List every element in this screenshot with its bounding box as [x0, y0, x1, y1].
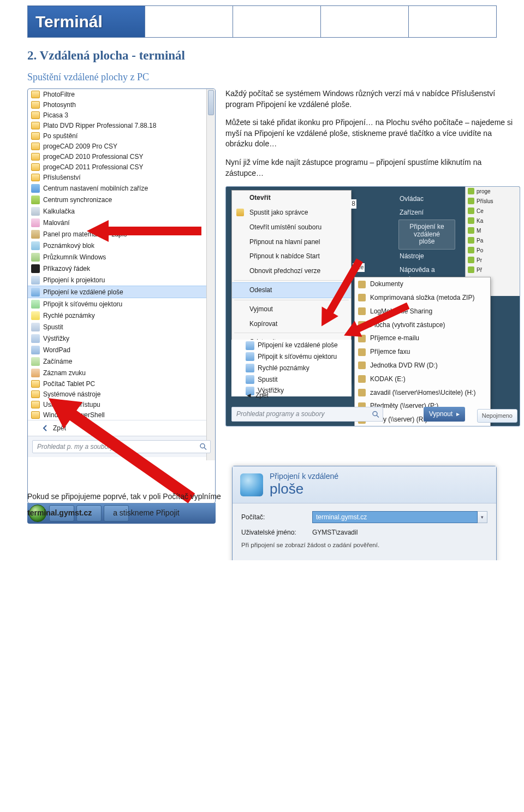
start-menu-item[interactable]: Připojení k projektoru [28, 274, 215, 286]
rdp-app-icon [240, 473, 263, 496]
section-subheading: Spuštění vzdálené plochy z PC [27, 72, 497, 83]
start-menu-back[interactable]: Zpět [28, 420, 215, 436]
start-menu-item[interactable]: Počítač Tablet PC [28, 378, 215, 389]
sendto-submenu: DokumentyKomprimovaná složka (metoda ZIP… [354, 277, 491, 426]
sendto-item[interactable]: Dokumenty [355, 277, 490, 291]
context-menu-item[interactable]: Otevřít umístění souboru [232, 220, 351, 235]
start-menu-item[interactable]: WordPad [28, 344, 215, 355]
start-menu-item[interactable]: Systémové nástroje [28, 389, 215, 399]
start-menu-item[interactable]: Začínáme [28, 355, 215, 367]
start-menu-item[interactable]: Záznam zvuku [28, 367, 215, 378]
section-heading: 2. Vzdálená plocha - terminál [27, 49, 497, 63]
mini-icon-item: Pa [466, 236, 520, 246]
sendto-item[interactable]: zavadil (\\server\Homes\Ucitele) (H:) [355, 386, 490, 400]
start-menu-item[interactable]: Připojit k síťovému ojektoru [28, 298, 215, 310]
dark-item-1[interactable]: Zařízení [398, 206, 455, 220]
app-icon [31, 195, 40, 204]
start-menu-item[interactable]: Výstřižky [28, 333, 215, 344]
sendto-icon [358, 294, 366, 301]
start-menu-item[interactable]: Windows PowerShell [28, 410, 215, 420]
start-menu-item[interactable]: Spustit [28, 321, 215, 333]
start-menu-item-label: Příkazový řádek [43, 265, 90, 272]
start-menu-item[interactable]: progeCAD 2011 Professional CSY [28, 162, 215, 172]
app-icon [246, 375, 254, 384]
sendto-icon [358, 348, 366, 356]
start-menu-item[interactable]: Průzkumník Windows [28, 251, 215, 263]
intro-para-1: Každý počítač se systémem Windows různýc… [225, 88, 520, 110]
start-menu-item-label: Centrum synchronizace [43, 196, 112, 204]
dark-item-0[interactable]: Ovládac [398, 192, 455, 206]
folder-icon [31, 380, 40, 388]
start-search-input[interactable]: Prohledat p. my a soubory [32, 440, 211, 453]
dark-item-2[interactable]: Nástroje [398, 250, 455, 263]
start-menu-item[interactable]: progeCAD 2009 Pro CSY [28, 141, 215, 151]
shutdown-button[interactable]: Vypnout ▸ [424, 407, 465, 422]
sendto-item[interactable]: Příjemce e-mailu [355, 331, 490, 345]
app-icon [31, 264, 40, 273]
start-menu-panel: PhotoFiltrePhotosynthPicasa 3Plato DVD R… [27, 88, 216, 503]
shortcut-highlight[interactable]: Připojení ke vzdálené ploše [398, 220, 455, 250]
sendto-icon [358, 361, 366, 369]
sendto-item[interactable]: KODAK (E:) [355, 372, 490, 386]
composite-search[interactable]: Prohledat programy a soubory [231, 407, 383, 422]
context-menu-item[interactable]: Otevřít [232, 191, 351, 205]
start-menu-item[interactable]: Usnadnění přístupu [28, 399, 215, 410]
start-menu-item-label: Windows PowerShell [43, 411, 105, 419]
app-icon [31, 300, 40, 309]
start-menu-item-label: Počítač Tablet PC [43, 380, 95, 388]
side-unnamed: Nepojmeno [477, 409, 517, 423]
start-menu-item[interactable]: Příslušenství [28, 172, 215, 182]
rdp-computer-input[interactable] [312, 511, 478, 523]
bkg-menu-item[interactable]: Spustit [231, 374, 352, 386]
folder-icon [31, 101, 40, 109]
search-icon [200, 443, 207, 451]
start-menu-item-label: Rychlé poznámky [43, 312, 95, 319]
mini-icon [468, 257, 474, 263]
sendto-item[interactable]: Jednotka DVD RW (D:) [355, 359, 490, 372]
rdp-title-2: ploše [270, 481, 338, 497]
rdp-dialog: Připojení k vzdálené ploše Počítač: ▾ Už… [232, 466, 497, 560]
app-icon [31, 207, 40, 216]
sendto-item[interactable]: Příjemce faxu [355, 345, 490, 359]
start-menu-item-label: progeCAD 2011 Professional CSY [43, 163, 143, 171]
context-menu-composite: Ovládac Zařízení Připojení ke vzdálené p… [225, 186, 520, 426]
folder-icon [31, 390, 40, 398]
start-menu-item[interactable]: PhotoFiltre [28, 89, 215, 99]
start-menu-item[interactable]: Rychlé poznámky [28, 310, 215, 321]
start-menu-scrollbar[interactable] [206, 89, 215, 460]
sendto-item[interactable]: Komprimovaná složka (metoda ZIP) [355, 291, 490, 305]
sendto-icon [358, 375, 366, 383]
mini-icon [468, 208, 474, 214]
start-menu-item[interactable]: Centrum synchronizace [28, 194, 215, 205]
app-icon [31, 288, 40, 297]
start-menu-item-label: Photosynth [43, 101, 76, 109]
start-menu-item[interactable]: Plato DVD Ripper Professional 7.88.18 [28, 120, 215, 131]
bkg-menu-item[interactable]: Připojení ke vzdálené ploše [231, 340, 352, 351]
start-menu-item[interactable]: Picasa 3 [28, 110, 215, 120]
context-menu-item[interactable]: Obnovit předchozí verze [232, 264, 351, 278]
context-menu-item[interactable]: Spustit jako správce [232, 205, 351, 220]
bkg-menu-item[interactable]: Rychlé poznámky [231, 363, 352, 374]
mini-icon [468, 227, 474, 234]
scrollbar-thumb[interactable] [208, 90, 214, 115]
start-menu-item[interactable]: progeCAD 2010 Professional CSY [28, 151, 215, 162]
start-right-dark-panel: Ovládac Zařízení Připojení ke vzdálené p… [394, 187, 460, 291]
start-menu-item[interactable]: Centrum nastavení mobilních zaříze [28, 182, 215, 194]
svg-point-3 [373, 411, 377, 416]
rdp-computer-combo[interactable]: ▾ [312, 511, 487, 523]
folder-icon [31, 111, 40, 119]
bkg-menu-item[interactable]: Připojit k síťovému ojektoru [231, 351, 352, 363]
start-menu-item[interactable]: Photosynth [28, 99, 215, 110]
app-icon [31, 323, 40, 331]
start-menu-item[interactable]: Příkazový řádek [28, 263, 215, 274]
context-menu-separator [234, 333, 349, 333]
context-menu-item[interactable]: Připnout na hlavní panel [232, 235, 351, 250]
context-menu-item[interactable]: Připnout k nabídce Start [232, 249, 351, 264]
start-menu-item[interactable]: Kalkulačka [28, 205, 215, 217]
bkg-back[interactable]: ◄ Zpět [231, 389, 274, 402]
start-menu-item[interactable]: Připojení ke vzdálené ploše [28, 286, 215, 298]
mini-icon-item: Ka [466, 216, 520, 226]
folder-icon [31, 174, 40, 181]
rdp-computer-dropdown[interactable]: ▾ [478, 511, 487, 523]
start-menu-item[interactable]: Po spuštění [28, 131, 215, 141]
